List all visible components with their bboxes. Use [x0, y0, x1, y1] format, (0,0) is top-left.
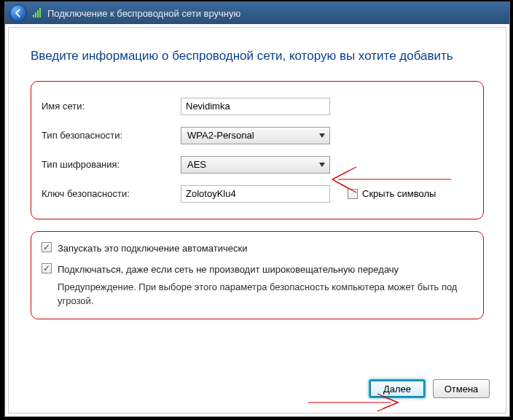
- footer-buttons: Далее Отмена: [369, 379, 490, 398]
- wireless-icon: [31, 7, 43, 19]
- auto-connect-checkbox[interactable]: [42, 242, 52, 252]
- hide-chars-checkbox[interactable]: [348, 189, 358, 199]
- svg-rect-1: [35, 12, 36, 18]
- chevron-down-icon: [319, 163, 325, 167]
- options-group: Запускать это подключение автоматически …: [31, 231, 484, 319]
- security-type-combo[interactable]: WPA2-Personal: [181, 127, 330, 144]
- titlebar: Подключение к беспроводной сети вручную: [5, 2, 509, 24]
- next-button[interactable]: Далее: [369, 379, 426, 398]
- svg-rect-3: [39, 8, 41, 18]
- ssid-input[interactable]: [181, 98, 330, 115]
- encryption-type-value: AES: [187, 159, 206, 170]
- security-type-label: Тип безопасности:: [31, 130, 181, 141]
- encryption-type-combo[interactable]: AES: [181, 156, 330, 174]
- svg-rect-2: [37, 10, 39, 18]
- hide-chars-label: Скрыть символы: [362, 188, 436, 199]
- connect-hidden-checkbox[interactable]: [42, 263, 52, 273]
- chevron-down-icon: [319, 133, 325, 138]
- warning-text: Предупреждение. При выборе этого парамет…: [58, 281, 470, 308]
- back-button[interactable]: [9, 4, 27, 22]
- window-title: Подключение к беспроводной сети вручную: [47, 8, 240, 19]
- network-form-group: Имя сети: Тип безопасности: WPA2-Persona…: [31, 81, 484, 219]
- svg-rect-0: [33, 15, 34, 18]
- encryption-type-label: Тип шифрования:: [31, 159, 181, 170]
- security-type-value: WPA2-Personal: [187, 130, 254, 141]
- page-heading: Введите информацию о беспроводной сети, …: [31, 48, 484, 65]
- cancel-button[interactable]: Отмена: [433, 379, 490, 398]
- connect-hidden-label: Подключаться, даже если сеть не производ…: [58, 263, 399, 276]
- security-key-input[interactable]: [181, 185, 330, 203]
- wizard-window: Подключение к беспроводной сети вручную …: [4, 1, 510, 417]
- ssid-label: Имя сети:: [31, 101, 181, 112]
- security-key-label: Ключ безопасности:: [31, 188, 181, 199]
- auto-connect-label: Запускать это подключение автоматически: [58, 242, 247, 255]
- arrow-left-icon: [13, 8, 23, 18]
- content-panel: Введите информацию о беспроводной сети, …: [8, 27, 506, 413]
